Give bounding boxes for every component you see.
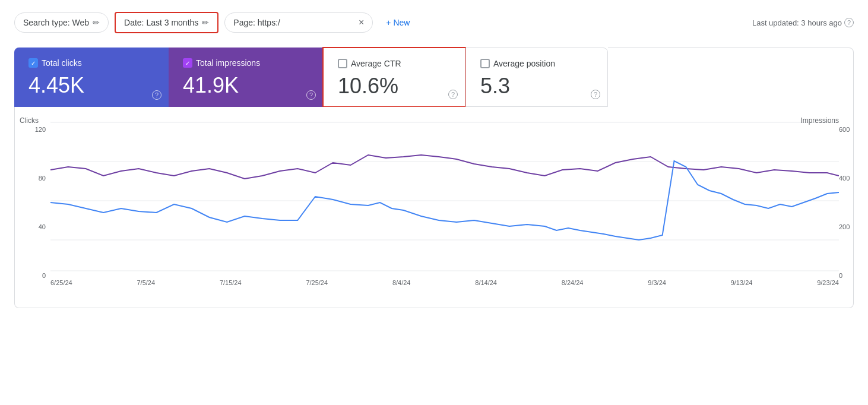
clicks-checkbox[interactable] xyxy=(28,58,38,68)
x-label-4: 8/4/24 xyxy=(392,279,411,286)
y-right-400: 400 xyxy=(839,175,850,182)
ctr-help-icon[interactable]: ? xyxy=(448,90,458,99)
y-left-0: 0 xyxy=(42,272,46,279)
clicks-header: Total clicks xyxy=(28,58,154,68)
chart-container: Clicks Impressions 120 80 40 0 600 400 2… xyxy=(14,107,854,308)
x-label-2: 7/15/24 xyxy=(220,279,242,286)
impressions-help-icon[interactable]: ? xyxy=(306,90,316,100)
metrics-row: Total clicks 4.45K ? Total impressions 4… xyxy=(14,48,854,107)
ctr-header: Average CTR xyxy=(338,59,451,68)
plus-icon: + xyxy=(386,18,391,27)
close-icon[interactable]: × xyxy=(359,18,364,27)
y-right-title: Impressions xyxy=(800,116,839,125)
page-input[interactable] xyxy=(284,18,355,27)
x-label-7: 9/3/24 xyxy=(648,279,666,286)
impressions-header: Total impressions xyxy=(183,58,309,68)
x-label-8: 9/13/24 xyxy=(731,279,753,286)
x-label-0: 6/25/24 xyxy=(50,279,72,286)
last-updated: Last updated: 3 hours ago ? xyxy=(752,18,854,27)
x-label-9: 9/23/24 xyxy=(817,279,839,286)
clicks-value: 4.45K xyxy=(28,74,154,97)
impressions-checkbox[interactable] xyxy=(183,58,192,68)
y-right-0: 0 xyxy=(839,272,842,279)
clicks-label: Total clicks xyxy=(42,58,82,68)
x-label-6: 8/24/24 xyxy=(562,279,584,286)
impressions-label: Total impressions xyxy=(196,58,260,68)
impressions-value: 41.9K xyxy=(183,74,309,97)
ctr-checkbox[interactable] xyxy=(338,59,347,68)
last-updated-help-icon[interactable]: ? xyxy=(844,18,854,27)
y-left-40: 40 xyxy=(39,223,46,230)
search-type-filter[interactable]: Search type: Web ✏ xyxy=(14,12,109,33)
search-type-label: Search type: Web xyxy=(23,18,89,27)
position-value: 5.3 xyxy=(480,74,593,98)
y-left-120: 120 xyxy=(35,126,46,133)
last-updated-text: Last updated: 3 hours ago xyxy=(752,18,842,27)
position-help-icon[interactable]: ? xyxy=(591,90,600,99)
ctr-value: 10.6% xyxy=(338,74,451,98)
position-label: Average position xyxy=(493,59,555,68)
clicks-card[interactable]: Total clicks 4.45K ? xyxy=(14,48,169,107)
x-label-3: 7/25/24 xyxy=(306,279,328,286)
metrics-spacer xyxy=(608,48,854,107)
position-checkbox[interactable] xyxy=(480,59,490,68)
edit-icon-date: ✏ xyxy=(202,18,209,27)
y-left-80: 80 xyxy=(39,175,46,182)
filter-bar: Search type: Web ✏ Date: Last 3 months ✏… xyxy=(14,12,854,33)
chart-svg xyxy=(50,116,839,277)
date-label: Date: Last 3 months xyxy=(124,18,198,27)
y-right-600: 600 xyxy=(839,126,850,133)
y-right-200: 200 xyxy=(839,223,850,230)
clicks-help-icon[interactable]: ? xyxy=(152,90,161,100)
position-header: Average position xyxy=(480,59,593,68)
y-left-title: Clicks xyxy=(20,116,39,125)
page-prefix-label: Page: https:/ xyxy=(233,18,280,27)
impressions-card[interactable]: Total impressions 41.9K ? xyxy=(169,48,323,107)
date-filter[interactable]: Date: Last 3 months ✏ xyxy=(115,12,218,33)
x-label-5: 8/14/24 xyxy=(475,279,497,286)
new-label: New xyxy=(393,18,410,27)
ctr-card[interactable]: Average CTR 10.6% ? xyxy=(323,48,465,107)
new-button[interactable]: + New xyxy=(379,13,417,32)
position-card[interactable]: Average position 5.3 ? xyxy=(465,48,608,107)
page-filter[interactable]: Page: https:/ × xyxy=(224,12,373,33)
ctr-label: Average CTR xyxy=(351,59,401,68)
x-label-1: 7/5/24 xyxy=(137,279,156,286)
x-axis: 6/25/24 7/5/24 7/15/24 7/25/24 8/4/24 8/… xyxy=(50,279,839,286)
edit-icon: ✏ xyxy=(93,18,100,27)
